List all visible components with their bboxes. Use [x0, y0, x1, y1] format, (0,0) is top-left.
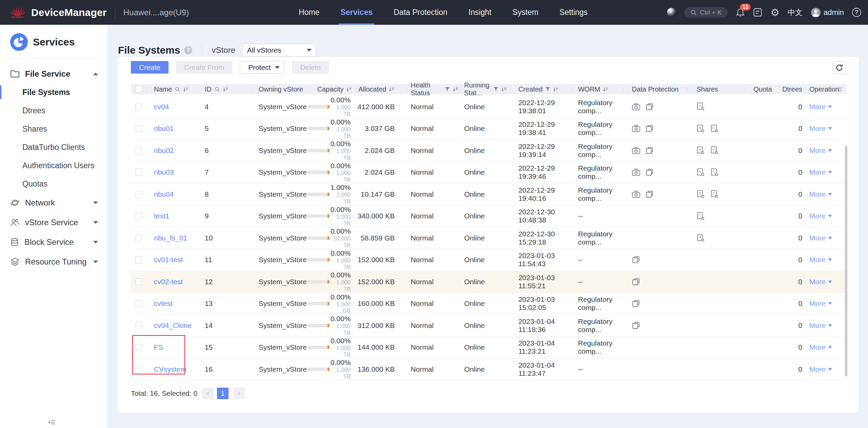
file-system-name-link[interactable]: test1: [154, 212, 170, 220]
clone-icon[interactable]: [646, 103, 653, 111]
file-system-name-link[interactable]: cv02-test: [154, 278, 183, 286]
more-actions-button[interactable]: More: [809, 124, 832, 133]
sidebar-item-file-service[interactable]: File Service: [0, 65, 107, 83]
clone-icon[interactable]: [646, 191, 653, 198]
current-page-button[interactable]: 1: [217, 388, 229, 399]
cifs-share-icon[interactable]: C: [696, 212, 705, 220]
more-actions-button[interactable]: More: [809, 365, 832, 373]
more-actions-button[interactable]: More: [809, 168, 832, 176]
filter-funnel-icon[interactable]: [493, 87, 498, 92]
more-actions-button[interactable]: More: [809, 147, 832, 155]
delete-button[interactable]: Delete: [292, 61, 329, 74]
more-actions-button[interactable]: More: [809, 190, 832, 198]
nav-item-data-protection[interactable]: Data Protection: [383, 0, 458, 25]
file-system-name-link[interactable]: nbu04: [154, 190, 174, 198]
sidebar-item-vstore-service[interactable]: vStore Service: [0, 213, 107, 232]
sidebar-item-quotas[interactable]: Quotas: [0, 175, 107, 193]
task-list-icon[interactable]: [753, 8, 762, 17]
nfs-share-icon[interactable]: N: [696, 168, 705, 177]
theme-toggle-icon[interactable]: [667, 8, 676, 17]
clone-icon[interactable]: [632, 256, 640, 264]
row-checkbox[interactable]: [135, 366, 142, 373]
snapshot-icon[interactable]: [632, 191, 640, 198]
cifs-share-icon[interactable]: C: [696, 102, 705, 111]
next-page-button[interactable]: ›: [233, 388, 245, 399]
sort-icon[interactable]: [603, 87, 609, 92]
table-scrollbar-thumb[interactable]: [845, 146, 847, 376]
nav-item-settings[interactable]: Settings: [549, 0, 598, 25]
row-checkbox[interactable]: [135, 191, 142, 198]
more-actions-button[interactable]: More: [809, 299, 832, 308]
sidebar-item-dataturbo-clients[interactable]: DataTurbo Clients: [0, 138, 107, 156]
cifs-share-icon[interactable]: C: [710, 190, 719, 198]
sort-icon[interactable]: [346, 87, 352, 92]
nfs-share-icon[interactable]: N: [696, 234, 705, 242]
clone-icon[interactable]: [646, 169, 653, 176]
clone-icon[interactable]: [646, 125, 653, 132]
more-actions-button[interactable]: More: [809, 256, 832, 264]
search-icon[interactable]: [175, 86, 180, 92]
row-checkbox[interactable]: [135, 300, 142, 307]
row-checkbox[interactable]: [135, 169, 142, 176]
select-all-checkbox[interactable]: [135, 86, 142, 93]
clone-icon[interactable]: [632, 300, 640, 307]
cifs-share-icon[interactable]: C: [710, 124, 719, 133]
sidebar-item-file-systems[interactable]: File Systems: [0, 83, 107, 101]
snapshot-icon[interactable]: [632, 103, 640, 111]
refresh-button[interactable]: [833, 61, 846, 74]
sort-icon[interactable]: [553, 87, 559, 92]
cifs-share-icon[interactable]: C: [710, 168, 719, 177]
protect-button[interactable]: Protect: [240, 61, 285, 74]
more-actions-button[interactable]: More: [809, 278, 832, 286]
clone-icon[interactable]: [632, 322, 640, 329]
sort-icon[interactable]: [453, 87, 458, 92]
nfs-share-icon[interactable]: N: [696, 190, 705, 198]
sort-icon[interactable]: [501, 87, 507, 92]
help-icon[interactable]: ?: [852, 8, 861, 17]
double-chevron-icon[interactable]: [837, 86, 843, 93]
clone-icon[interactable]: [632, 278, 640, 286]
user-menu[interactable]: admin: [811, 7, 844, 18]
sidebar-item-dtrees[interactable]: Dtrees: [0, 101, 107, 120]
vstore-select[interactable]: All vStores: [242, 44, 316, 57]
file-system-name-link[interactable]: nbu02: [154, 147, 174, 155]
row-checkbox[interactable]: [135, 344, 142, 351]
notifications-button[interactable]: 13: [736, 8, 745, 17]
snapshot-icon[interactable]: [632, 169, 640, 176]
nfs-share-icon[interactable]: N: [696, 124, 705, 133]
more-actions-button[interactable]: More: [809, 343, 832, 351]
more-actions-button[interactable]: More: [809, 322, 832, 330]
nfs-share-icon[interactable]: N: [696, 146, 705, 155]
row-checkbox[interactable]: [135, 256, 142, 263]
sort-icon[interactable]: [389, 87, 395, 92]
row-checkbox[interactable]: [135, 322, 142, 329]
search-icon[interactable]: [214, 86, 220, 92]
file-system-name-link[interactable]: cv04_Clone: [154, 322, 192, 330]
file-system-name-link[interactable]: nbu_fs_01: [154, 234, 187, 242]
file-system-name-link[interactable]: cv04: [154, 103, 169, 111]
nav-item-system[interactable]: System: [502, 0, 549, 25]
create-button[interactable]: Create: [131, 61, 169, 74]
row-checkbox[interactable]: [135, 125, 142, 132]
sidebar-item-network[interactable]: Network: [0, 193, 107, 213]
sidebar-item-authentication-users[interactable]: Authentication Users: [0, 156, 107, 175]
file-system-name-link[interactable]: nbu01: [154, 124, 174, 133]
more-actions-button[interactable]: More: [809, 212, 832, 220]
nav-item-insight[interactable]: Insight: [458, 0, 502, 25]
sidebar-item-block-service[interactable]: Block Service: [0, 232, 107, 252]
sidebar-item-resource-tuning[interactable]: Resource Tuning: [0, 252, 107, 272]
clone-icon[interactable]: [646, 147, 653, 154]
prev-page-button[interactable]: ‹: [202, 388, 214, 399]
filter-funnel-icon[interactable]: [445, 87, 450, 92]
more-actions-button[interactable]: More: [809, 234, 832, 242]
row-checkbox[interactable]: [135, 278, 142, 285]
row-checkbox[interactable]: [135, 103, 142, 110]
row-checkbox[interactable]: [135, 147, 142, 154]
row-checkbox[interactable]: [135, 213, 142, 219]
filter-funnel-icon[interactable]: [545, 87, 550, 92]
create-from-button[interactable]: Create From: [176, 61, 232, 74]
nav-item-services[interactable]: Services: [330, 0, 383, 25]
file-system-name-link[interactable]: CVsystem: [154, 365, 186, 373]
settings-gear-icon[interactable]: ⚙: [770, 7, 780, 18]
cifs-share-icon[interactable]: C: [710, 146, 719, 155]
